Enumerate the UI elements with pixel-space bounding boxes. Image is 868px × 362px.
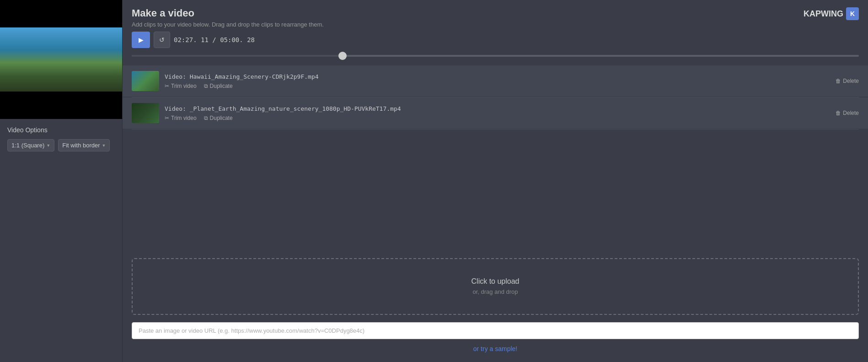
fit-mode-label: Fit with border	[62, 142, 100, 149]
video-scene	[0, 27, 122, 92]
aspect-ratio-dropdown[interactable]: 1:1 (Square)	[7, 139, 54, 151]
clip-thumbnail-1	[132, 71, 159, 91]
play-icon: ▶	[139, 36, 144, 43]
clip-name-1: Video: Hawaii_Amazing_Scenery-CDRjk2p9F.…	[165, 73, 859, 80]
upload-section: Click to upload or, drag and drop or try…	[123, 249, 868, 362]
separator-2	[132, 129, 859, 130]
upload-click-text: Click to upload	[151, 277, 840, 286]
page-subtitle: Add clips to your video below. Drag and …	[132, 21, 324, 28]
logo-text: KAPWING	[804, 9, 843, 19]
page-title: Make a video	[132, 7, 324, 19]
url-input[interactable]	[132, 322, 859, 339]
logo: KAPWING K	[804, 7, 859, 20]
logo-icon: K	[846, 7, 859, 20]
clip-info-1: Video: Hawaii_Amazing_Scenery-CDRjk2p9F.…	[165, 73, 859, 89]
trim-video-button-2[interactable]: ✂ Trim video	[165, 115, 197, 121]
player-controls: ▶ ↺ 02:27. 11 / 05:00. 28	[123, 32, 868, 52]
clip-actions-1: ✂ Trim video ⧉ Duplicate	[165, 83, 859, 89]
duplicate-icon-1: ⧉	[204, 83, 208, 89]
trim-icon-2: ✂	[165, 115, 169, 121]
reset-icon: ↺	[159, 36, 165, 43]
clip-name-2: Video: _Planet_Earth_Amazing_nature_scen…	[165, 105, 859, 112]
progress-thumb[interactable]	[338, 52, 347, 60]
delete-button-1[interactable]: 🗑 Delete	[836, 78, 859, 84]
clip-thumbnail-2	[132, 103, 159, 123]
upload-drag-text: or, drag and drop	[472, 288, 518, 295]
clip-item: Video: Hawaii_Amazing_Scenery-CDRjk2p9F.…	[123, 65, 868, 97]
video-options-panel: Video Options 1:1 (Square) Fit with bord…	[0, 119, 122, 159]
clip-info-2: Video: _Planet_Earth_Amazing_nature_scen…	[165, 105, 859, 121]
progress-track	[132, 55, 859, 57]
video-options-title: Video Options	[7, 126, 115, 134]
fit-mode-dropdown[interactable]: Fit with border	[58, 139, 110, 151]
options-row: 1:1 (Square) Fit with border	[7, 139, 115, 151]
duplicate-icon-2: ⧉	[204, 115, 208, 121]
main-content: Make a video Add clips to your video bel…	[123, 0, 868, 362]
duplicate-button-1[interactable]: ⧉ Duplicate	[204, 83, 233, 89]
clip-item-2: Video: _Planet_Earth_Amazing_nature_scen…	[123, 97, 868, 129]
delete-icon-1: 🗑	[836, 78, 841, 84]
progress-fill	[132, 55, 343, 57]
trim-icon-1: ✂	[165, 83, 169, 89]
delete-icon-2: 🗑	[836, 110, 841, 116]
aspect-ratio-label: 1:1 (Square)	[11, 142, 44, 149]
progress-bar-container[interactable]	[132, 52, 859, 60]
sample-link-container: or try a sample!	[132, 345, 859, 353]
clip-actions-2: ✂ Trim video ⧉ Duplicate	[165, 115, 859, 121]
sample-link[interactable]: or try a sample!	[473, 345, 517, 352]
play-button[interactable]: ▶	[132, 32, 150, 48]
header: Make a video Add clips to your video bel…	[123, 0, 868, 32]
header-left: Make a video Add clips to your video bel…	[132, 7, 324, 28]
sidebar: Video Options 1:1 (Square) Fit with bord…	[0, 0, 123, 362]
reset-button[interactable]: ↺	[154, 32, 170, 48]
duplicate-button-2[interactable]: ⧉ Duplicate	[204, 115, 233, 121]
trim-video-button-1[interactable]: ✂ Trim video	[165, 83, 197, 89]
delete-button-2[interactable]: 🗑 Delete	[836, 110, 859, 116]
current-time: 02:27. 11 / 05:00. 28	[174, 36, 255, 43]
video-preview	[0, 0, 122, 119]
upload-dropzone[interactable]: Click to upload or, drag and drop	[132, 258, 859, 315]
clips-list: Video: Hawaii_Amazing_Scenery-CDRjk2p9F.…	[123, 65, 868, 249]
